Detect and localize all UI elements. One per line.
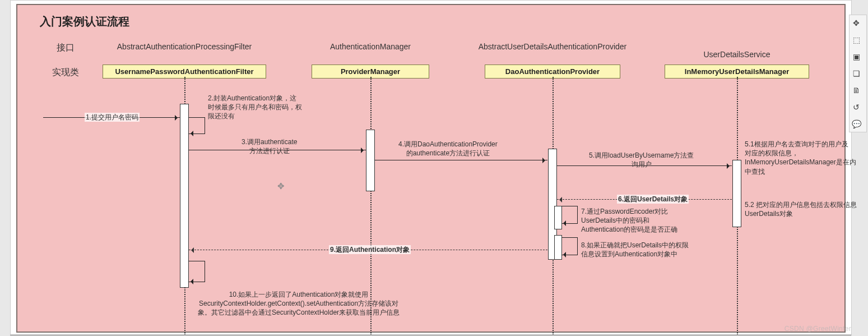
comment-icon[interactable]: 💬 [851,118,862,130]
interface-label-2: AbstractUserDetailsAuthenticationProvide… [479,42,627,51]
msg-step5-2: 5.2 把对应的用户信息包括去权限信息 UserDetails对象 [745,200,857,218]
row-label-impl: 实现类 [43,67,88,79]
selfloop-step10 [189,261,205,282]
msg-step8: 8.如果正确就把UserDetails中的权限 信息设置到Authenticat… [581,241,689,259]
msg-step3: 3.调用authenticate 方法进行认证 [242,137,297,155]
msg-step4: 4.调用DaoAuthenticationProvider 的authentic… [398,140,498,158]
msg-step5-1: 5.1根据用户名去查询对于的用户及 对应的权限信息， InMemoryUserD… [745,140,856,176]
activation-3 [732,160,741,227]
compass-icon[interactable]: ✥ [851,17,862,29]
msg-step2: 2.封装Authentication对象，这 时候最多只有用户名和密码，权 限还… [208,94,302,121]
arrow-step4 [375,160,547,160]
msg-step6: 6.返回UserDetails对象 [617,195,689,204]
right-toolbar: ✥ ⬚ ▣ ❏ 🗎 ↺ 💬 [849,15,867,132]
msg-step10: 10.如果上一步返回了Authentication对象就使用 SecurityC… [198,290,400,317]
msg-step9: 9.返回Authentication对象 [329,245,411,254]
interface-label-3: UserDetailsService [703,50,770,59]
lasso-icon[interactable]: ⬚ [851,34,862,45]
move-handle-icon[interactable]: ✥ [276,181,285,190]
page-icon[interactable]: 🗎 [851,85,862,96]
selfloop-step7 [561,206,578,224]
layers-icon[interactable]: ❏ [851,68,862,79]
msg-step1: 1.提交用户名密码 [85,113,140,122]
frame-icon[interactable]: ▣ [851,51,862,62]
interface-label-0: AbstractAuthenticationProcessingFilter [117,42,252,51]
diagram-canvas[interactable]: 入门案例认证流程 接口 实现类 AbstractAuthenticationPr… [16,4,846,333]
canvas-frame: 入门案例认证流程 接口 实现类 AbstractAuthenticationPr… [10,0,852,335]
history-icon[interactable]: ↺ [851,102,862,113]
diagram-title: 入门案例认证流程 [40,14,129,29]
msg-step7: 7.通过PasswordEncoder对比 UserDetails中的密码和 A… [581,207,677,234]
activation-1 [366,130,375,191]
row-label-interface: 接口 [43,42,88,54]
selfloop-step8 [561,237,578,255]
selfloop-step2 [189,117,205,134]
msg-step5: 5.调用loadUserByUsername方法查 询用户 [589,151,694,169]
interface-label-1: AuthenticationManager [330,42,411,51]
